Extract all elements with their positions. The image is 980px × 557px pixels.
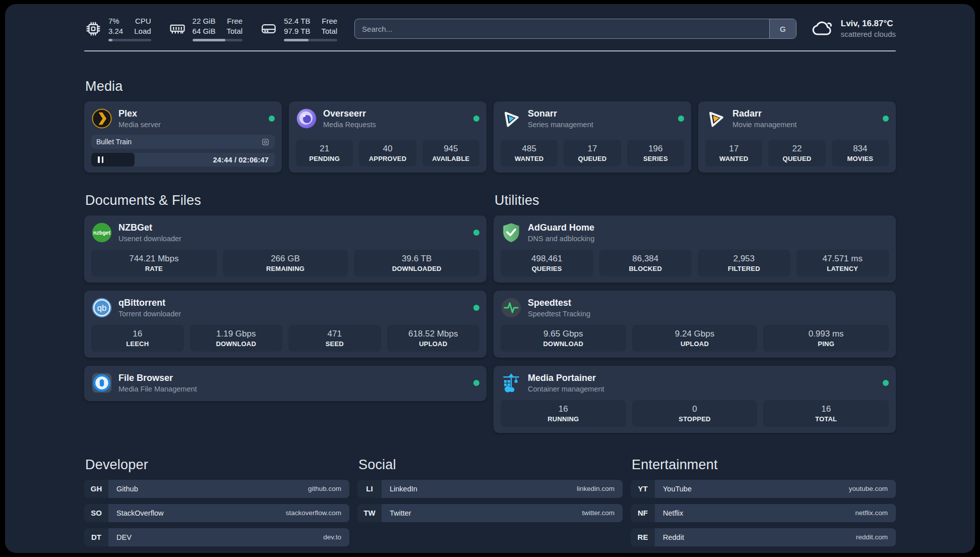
link-stackoverflow[interactable]: SOStackOverflowstackoverflow.com xyxy=(84,504,349,522)
status-dot xyxy=(473,305,479,311)
stat-tile: 40APPROVED xyxy=(359,140,416,166)
link-netflix[interactable]: NFNetflixnetflix.com xyxy=(631,504,896,522)
media-grid: PlexMedia serverBullet Train24:44 / 02:0… xyxy=(84,101,896,173)
stat-label: QUEUED xyxy=(567,155,618,163)
stat-value: 498,461 xyxy=(504,253,590,264)
links-grid: DeveloperGHGithubgithub.comSOStackOverfl… xyxy=(84,457,896,552)
link-section-entertainment: EntertainmentYTYouTubeyoutube.comNFNetfl… xyxy=(631,457,896,552)
link-url: dev.to xyxy=(323,533,341,541)
app-description: Media server xyxy=(118,120,161,129)
app-card-qbittorrent[interactable]: qbqBittorrentTorrent downloader16LEECH1.… xyxy=(84,291,486,358)
link-abbreviation: DT xyxy=(84,528,108,546)
app-card-plex[interactable]: PlexMedia serverBullet Train24:44 / 02:0… xyxy=(84,101,282,173)
link-name: LinkedIn xyxy=(390,485,417,493)
link-url: netflix.com xyxy=(855,509,888,517)
status-dot xyxy=(473,380,479,386)
system-stat-label: Load xyxy=(134,26,151,36)
app-card-filebrowser[interactable]: File BrowserMedia File Management xyxy=(84,366,486,401)
link-reddit[interactable]: RERedditreddit.com xyxy=(631,528,896,546)
link-name: Reddit xyxy=(663,533,684,541)
app-name: qBittorrent xyxy=(118,297,181,309)
app-description: Torrent downloader xyxy=(118,309,181,318)
stat-label: LATENCY xyxy=(800,265,886,273)
link-linkedin[interactable]: LILinkedInlinkedin.com xyxy=(357,480,623,498)
stat-label: WANTED xyxy=(708,155,759,163)
system-stat-progressbar xyxy=(108,39,151,41)
app-card-header: RadarrMovie management xyxy=(705,106,889,131)
app-card-header: File BrowserMedia File Management xyxy=(91,371,479,395)
app-description: Speedtest Tracking xyxy=(528,309,590,318)
system-stat-progress-fill xyxy=(193,39,226,41)
media-player: Bullet Train24:44 / 02:06:47 xyxy=(91,131,275,166)
search-engine-button[interactable]: G xyxy=(769,19,796,38)
qbittorrent-icon: qb xyxy=(91,297,112,318)
link-dev[interactable]: DTDEVdev.to xyxy=(84,528,349,546)
stat-label: MOVIES xyxy=(835,155,886,163)
app-name: Overseerr xyxy=(323,108,376,120)
section-title-entertainment: Entertainment xyxy=(632,457,896,473)
app-card-nzbget[interactable]: nzbgetNZBGetUsenet downloader744.21 Mbps… xyxy=(84,215,486,283)
app-card-radarr[interactable]: RadarrMovie management17WANTED22QUEUED83… xyxy=(698,101,896,173)
stat-value: 945 xyxy=(425,143,476,154)
stat-tile: 16LEECH xyxy=(91,325,184,352)
link-github[interactable]: GHGithubgithub.com xyxy=(84,480,349,498)
app-description: Media Requests xyxy=(323,120,376,129)
stat-label: SERIES xyxy=(630,155,681,163)
system-stat-value: 22 GiB xyxy=(193,16,216,26)
stat-label: DOWNLOAD xyxy=(504,340,623,349)
system-stat-value: 3.24 xyxy=(108,26,123,36)
system-stat-progress-fill xyxy=(284,39,309,41)
stat-label: RATE xyxy=(94,265,214,273)
status-dot xyxy=(269,116,275,122)
app-card-sonarr[interactable]: SonarrSeries management485WANTED17QUEUED… xyxy=(494,101,691,173)
link-url: reddit.com xyxy=(856,533,888,541)
session-icon xyxy=(261,138,270,146)
stat-value: 16 xyxy=(504,404,623,415)
link-abbreviation: SO xyxy=(84,504,108,522)
link-body: StackOverflowstackoverflow.com xyxy=(108,504,349,522)
app-stats-row: 485WANTED17QUEUED196SERIES xyxy=(501,135,684,166)
search-input[interactable] xyxy=(354,19,797,39)
app-card-overseerr[interactable]: OverseerrMedia Requests21PENDING40APPROV… xyxy=(289,101,486,173)
status-dot xyxy=(883,116,889,122)
stat-value: 16 xyxy=(94,328,181,340)
stat-tile: 17QUEUED xyxy=(564,140,621,166)
stat-value: 9.24 Gbps xyxy=(635,328,755,340)
stat-value: 471 xyxy=(291,328,378,340)
app-card-header: Media PortainerContainer management xyxy=(501,371,889,395)
app-description: Series management xyxy=(528,120,593,129)
sonarr-icon xyxy=(501,108,522,129)
stat-value: 9.65 Gbps xyxy=(504,328,623,340)
link-abbreviation: NF xyxy=(631,504,655,522)
link-twitter[interactable]: TWTwittertwitter.com xyxy=(357,504,623,522)
app-name: Speedtest xyxy=(528,297,590,309)
app-card-portainer[interactable]: Media PortainerContainer management16RUN… xyxy=(494,366,896,433)
system-stat-label: Total xyxy=(321,26,337,36)
app-card-speedtest[interactable]: SpeedtestSpeedtest Tracking9.65 GbpsDOWN… xyxy=(494,291,896,358)
now-playing-bar: Bullet Train xyxy=(91,135,275,149)
app-stats-row: 21PENDING40APPROVED945AVAILABLE xyxy=(296,135,479,166)
app-description: Movie management xyxy=(732,120,797,129)
link-name: Netflix xyxy=(663,509,683,517)
app-stats-row: 498,461QUERIES86,384BLOCKED2,953FILTERED… xyxy=(501,245,889,276)
header-divider xyxy=(84,50,896,51)
stat-value: 21 xyxy=(299,143,350,154)
link-url: linkedin.com xyxy=(577,485,615,492)
app-card-adguard[interactable]: AdGuard HomeDNS and adblocking498,461QUE… xyxy=(494,215,896,283)
stat-tile: 834MOVIES xyxy=(832,140,889,166)
stat-tile: 16RUNNING xyxy=(501,400,626,427)
app-description: Media File Management xyxy=(118,384,197,394)
system-stat-body: 7%CPU3.24Load xyxy=(108,16,151,42)
app-description: Container management xyxy=(528,384,604,394)
link-youtube[interactable]: YTYouTubeyoutube.com xyxy=(631,480,896,498)
link-body: YouTubeyoutube.com xyxy=(655,480,896,498)
stat-tile: 498,461QUERIES xyxy=(501,250,593,276)
system-stat-label: CPU xyxy=(134,16,151,26)
system-stat-value: 52.4 TB xyxy=(284,16,310,26)
radarr-icon xyxy=(705,108,726,129)
system-stat-value: 7% xyxy=(108,16,123,26)
app-titles: AdGuard HomeDNS and adblocking xyxy=(528,222,594,243)
status-dot xyxy=(678,116,684,122)
stat-value: 266 GB xyxy=(226,253,345,264)
pause-button[interactable] xyxy=(98,156,103,163)
